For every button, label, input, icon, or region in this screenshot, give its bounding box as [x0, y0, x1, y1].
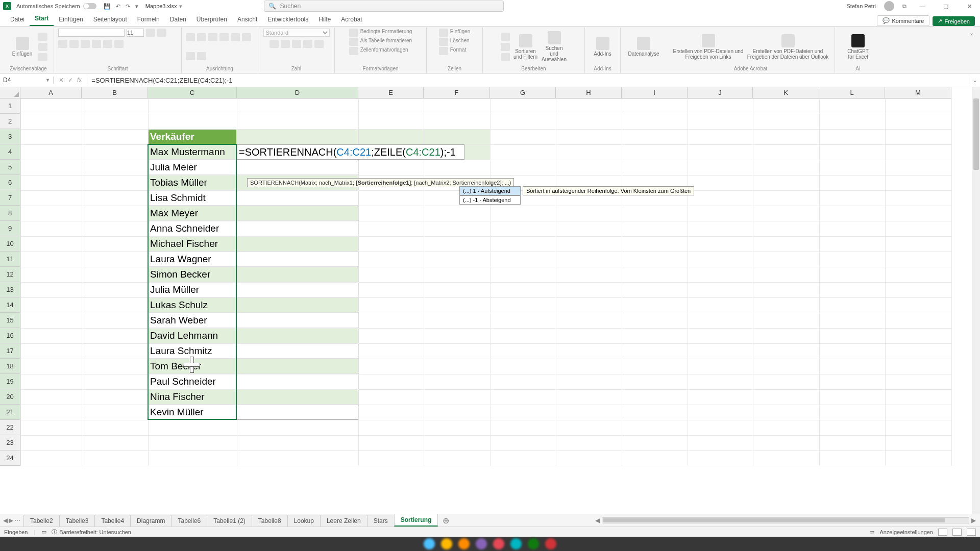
taskbar-icon[interactable] [424, 538, 435, 549]
row-header-14[interactable]: 14 [0, 297, 20, 313]
table-cell-c14[interactable]: Lukas Schulz [148, 297, 237, 313]
sheet-tab-tabelle8[interactable]: Tabelle8 [252, 515, 288, 527]
addins-button[interactable]: Add-Ins [590, 37, 616, 57]
sheet-tab-leere-zeilen[interactable]: Leere Zeilen [320, 515, 368, 527]
hscroll-left-icon[interactable]: ◀ [595, 517, 600, 524]
tab-view[interactable]: Ansicht [232, 13, 262, 26]
font-size-input[interactable] [127, 29, 144, 37]
collapse-ribbon-icon[interactable]: ⌄ [966, 28, 977, 73]
table-cell-c12[interactable]: Simon Becker [148, 267, 237, 282]
table-cell-c5[interactable]: Julia Meier [148, 160, 237, 175]
table-cell-c11[interactable]: Laura Wagner [148, 252, 237, 267]
col-header-K[interactable]: K [753, 87, 819, 98]
row-header-12[interactable]: 12 [0, 267, 20, 282]
table-cell-c10[interactable]: Michael Fischer [148, 236, 237, 252]
table-cell-c18[interactable]: Tom Becker [148, 359, 237, 374]
align-middle-icon[interactable] [197, 33, 206, 41]
sheet-tab-tabelle3[interactable]: Tabelle3 [59, 515, 95, 527]
macro-icon[interactable]: ▭ [41, 529, 46, 535]
col-header-F[interactable]: F [424, 87, 490, 98]
windows-taskbar[interactable] [0, 537, 980, 551]
table-cell-c17[interactable]: Laura Schmitz [148, 343, 237, 359]
fill-color-icon[interactable] [103, 40, 112, 48]
page-break-view-icon[interactable] [967, 529, 976, 536]
row-header-20[interactable]: 20 [0, 389, 20, 405]
align-center-icon[interactable] [242, 33, 251, 41]
tab-file[interactable]: Datei [5, 13, 30, 26]
table-cell-c16[interactable]: David Lehmann [148, 328, 237, 343]
sheet-tab-tabelle6[interactable]: Tabelle6 [171, 515, 207, 527]
page-layout-view-icon[interactable] [952, 529, 962, 536]
chatgpt-button[interactable]: ChatGPT for Excel [845, 34, 871, 60]
table-cell-d7[interactable] [237, 190, 358, 206]
table-cell-c6[interactable]: Tobias Müller [148, 175, 237, 190]
scrollbar-thumb[interactable] [973, 98, 979, 170]
chevron-down-icon[interactable]: ▾ [179, 3, 182, 10]
inc-decimal-icon[interactable] [303, 40, 312, 48]
row-header-11[interactable]: 11 [0, 252, 20, 267]
table-cell-c20[interactable]: Nina Fischer [148, 389, 237, 405]
add-sheet-button[interactable]: ⊕ [437, 516, 454, 525]
sheet-tab-tabelle4[interactable]: Tabelle4 [94, 515, 131, 527]
sheet-tab-tabelle1-2-[interactable]: Tabelle1 (2) [207, 515, 252, 527]
taskbar-icon[interactable] [441, 538, 452, 549]
col-header-I[interactable]: I [622, 87, 688, 98]
tab-insert[interactable]: Einfügen [54, 13, 88, 26]
wrap-text-icon[interactable] [219, 33, 229, 41]
undo-icon[interactable]: ↶ [116, 3, 120, 10]
next-sheet-icon[interactable]: ▶ [9, 517, 13, 524]
format-painter-icon[interactable] [38, 53, 47, 61]
col-header-C[interactable]: C [148, 87, 237, 98]
col-header-M[interactable]: M [885, 87, 951, 98]
sheet-tab-sortierung[interactable]: Sortierung [394, 514, 438, 527]
sheet-tab-stars[interactable]: Stars [367, 515, 395, 527]
accessibility-icon[interactable]: ⓘ [52, 528, 57, 536]
table-cell-d13[interactable] [237, 282, 358, 297]
cut-icon[interactable] [38, 33, 47, 41]
col-header-J[interactable]: J [688, 87, 753, 98]
spreadsheet-grid[interactable]: ABCDEFGHIJKLM 12345678910111213141516171… [0, 87, 980, 514]
clear-icon[interactable] [501, 53, 510, 61]
table-cell-c19[interactable]: Paul Schneider [148, 374, 237, 389]
delete-cells-button[interactable]: Löschen [439, 38, 470, 46]
tab-formulas[interactable]: Formeln [132, 13, 165, 26]
normal-view-icon[interactable] [938, 529, 947, 536]
table-cell-c4[interactable]: Max Mustermann [148, 144, 237, 160]
file-name[interactable]: Mappe3.xlsx [145, 3, 177, 9]
row-header-9[interactable]: 9 [0, 221, 20, 236]
table-cell-d9[interactable] [237, 221, 358, 236]
select-all-corner[interactable] [0, 87, 20, 98]
fx-icon[interactable]: fx [77, 77, 82, 84]
row-header-7[interactable]: 7 [0, 190, 20, 206]
align-top-icon[interactable] [186, 33, 195, 41]
sheet-tab-tabelle2[interactable]: Tabelle2 [23, 515, 60, 527]
close-button[interactable]: ✕ [962, 3, 977, 10]
tab-home[interactable]: Start [30, 12, 54, 26]
taskbar-icon[interactable] [528, 538, 539, 549]
find-select-button[interactable]: Suchen und Auswählen [542, 31, 567, 62]
row-header-1[interactable]: 1 [0, 98, 20, 114]
prev-sheet-icon[interactable]: ◀ [3, 517, 8, 524]
row-header-3[interactable]: 3 [0, 129, 20, 144]
table-cell-d8[interactable] [237, 206, 358, 221]
hscroll-right-icon[interactable]: ▶ [971, 517, 976, 524]
table-cell-d10[interactable] [237, 236, 358, 252]
col-header-H[interactable]: H [556, 87, 622, 98]
cond-format-button[interactable]: Bedingte Formatierung [349, 29, 412, 37]
table-cell-d11[interactable] [237, 252, 358, 267]
tab-developer[interactable]: Entwicklertools [262, 13, 313, 26]
row-header-22[interactable]: 22 [0, 420, 20, 435]
table-cell-d17[interactable] [237, 343, 358, 359]
sort-order-option-desc[interactable]: (...) -1 - Absteigend [459, 195, 521, 205]
table-cell-d5[interactable] [237, 160, 358, 175]
row-header-5[interactable]: 5 [0, 160, 20, 175]
analysis-button[interactable]: Datenanalyse [631, 37, 656, 57]
col-header-L[interactable]: L [819, 87, 885, 98]
cancel-formula-icon[interactable]: ✕ [59, 77, 64, 84]
font-color-icon[interactable] [114, 40, 124, 48]
sheet-list-icon[interactable]: ⋯ [14, 517, 20, 524]
col-header-E[interactable]: E [358, 87, 424, 98]
maximize-button[interactable]: ▢ [938, 3, 953, 10]
taskbar-icon[interactable] [493, 538, 504, 549]
table-cell-d15[interactable] [237, 313, 358, 328]
